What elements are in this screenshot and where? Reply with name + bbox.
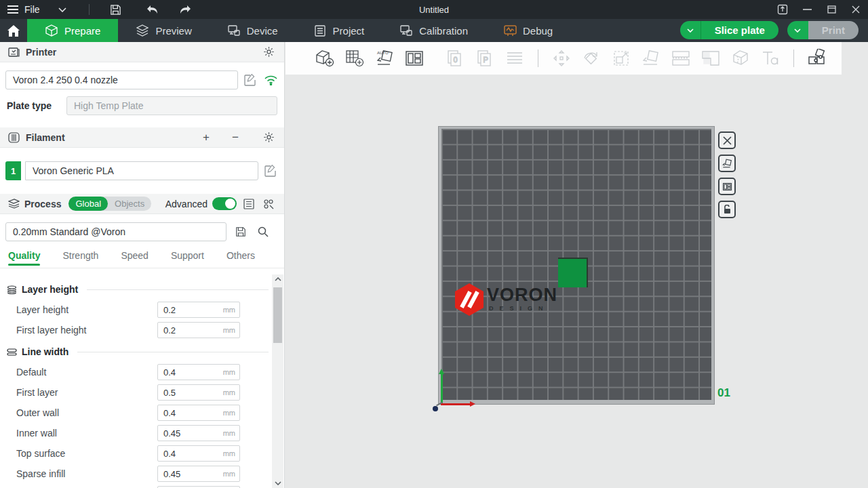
scope-global[interactable]: Global xyxy=(68,197,108,211)
search-icon[interactable] xyxy=(255,224,271,240)
advanced-toggle[interactable] xyxy=(212,197,237,210)
3d-viewport[interactable]: AUTO 0 P xyxy=(285,42,868,488)
text-tool-icon[interactable] xyxy=(760,47,781,70)
setting-row: Sparse infill 0.45 mm xyxy=(16,466,269,482)
tab-support[interactable]: Support xyxy=(171,250,204,265)
sparse-infill-line-width-input[interactable]: 0.45 mm xyxy=(157,466,240,482)
auto-orient-icon[interactable]: AUTO xyxy=(374,47,395,70)
slice-plate-button[interactable]: Slice plate xyxy=(701,21,778,39)
parameter-table-icon[interactable] xyxy=(241,197,256,211)
sidebar-scrollbar[interactable] xyxy=(272,274,283,488)
top-surface-line-width-input[interactable]: 0.4 mm xyxy=(157,445,240,462)
scope-objects[interactable]: Objects xyxy=(108,197,151,211)
tab-debug[interactable]: Debug xyxy=(486,19,570,42)
printer-preset-select[interactable]: Voron 2.4 250 0.4 nozzle xyxy=(5,70,238,89)
split-to-objects-icon[interactable] xyxy=(670,47,692,70)
tab-device[interactable]: Device xyxy=(210,19,296,42)
plate-auto-orient-icon[interactable] xyxy=(718,155,736,172)
tab-calibration[interactable]: Calibration xyxy=(382,19,486,42)
plate-arrange-icon[interactable] xyxy=(718,178,736,195)
process-preset-select[interactable]: 0.20mm Standard @Voron xyxy=(5,222,226,241)
default-line-width-input[interactable]: 0.4 mm xyxy=(157,364,240,380)
build-plate-grid[interactable] xyxy=(441,129,711,400)
save-icon[interactable] xyxy=(107,2,125,17)
paste-icon[interactable]: P xyxy=(474,47,496,70)
minimize-button[interactable] xyxy=(795,0,819,19)
setting-row: Default 0.4 mm xyxy=(16,364,269,380)
mesh-boolean-icon[interactable] xyxy=(730,47,751,70)
add-plate-icon[interactable] xyxy=(344,47,366,70)
build-plate[interactable] xyxy=(438,126,715,405)
viewport-toolbar: AUTO 0 P xyxy=(285,42,842,75)
home-button[interactable] xyxy=(0,19,27,42)
redo-icon[interactable] xyxy=(176,2,194,17)
lay-on-face-icon[interactable] xyxy=(640,47,662,70)
file-menu-chevron-icon[interactable] xyxy=(54,2,71,17)
tab-prepare[interactable]: Prepare xyxy=(27,19,118,42)
first-layer-line-width-input[interactable]: 0.5 mm xyxy=(157,384,240,401)
tab-project[interactable]: Project xyxy=(296,19,382,42)
tab-others[interactable]: Others xyxy=(226,250,255,265)
assembly-view-icon[interactable] xyxy=(806,47,828,70)
save-preset-icon[interactable] xyxy=(233,224,249,240)
outer-wall-line-width-input[interactable]: 0.4 mm xyxy=(157,405,240,421)
plate-type-select[interactable]: High Temp Plate xyxy=(66,96,277,115)
remove-filament-button[interactable]: − xyxy=(228,130,243,145)
toolbar-separator xyxy=(538,49,538,67)
edit-filament-icon[interactable] xyxy=(262,163,279,179)
z-axis-indicator xyxy=(433,406,438,411)
filament-settings-gear-icon[interactable] xyxy=(261,130,276,145)
printer-icon xyxy=(8,47,20,58)
title-bar: File Untitled xyxy=(0,0,868,19)
scale-icon[interactable] xyxy=(610,47,632,70)
voron-logo-subtitle: DESIGN xyxy=(487,305,557,312)
tab-strength[interactable]: Strength xyxy=(62,250,98,265)
inner-wall-line-width-input[interactable]: 0.45 mm xyxy=(157,425,240,441)
split-to-parts-icon[interactable] xyxy=(700,47,722,70)
printer-section-header: Printer xyxy=(0,42,284,62)
lock-plate-icon[interactable] xyxy=(718,201,736,218)
print-button[interactable]: Print xyxy=(808,21,859,39)
printer-settings-gear-icon[interactable] xyxy=(261,45,276,60)
rotate-icon[interactable] xyxy=(580,47,602,70)
move-icon[interactable] xyxy=(551,47,572,70)
search-settings-icon[interactable] xyxy=(261,197,276,211)
variable-layer-height-icon[interactable] xyxy=(504,47,526,70)
copy-icon[interactable]: 0 xyxy=(444,47,466,70)
print-options-chevron[interactable] xyxy=(787,21,808,39)
advanced-label: Advanced xyxy=(165,199,208,209)
tab-speed[interactable]: Speed xyxy=(121,250,148,265)
wifi-connection-icon[interactable] xyxy=(262,72,279,88)
add-filament-button[interactable]: + xyxy=(199,130,214,145)
scroll-down-icon[interactable] xyxy=(272,479,283,488)
scroll-up-icon[interactable] xyxy=(272,274,283,284)
group-line-width: Line width xyxy=(7,346,269,357)
group-layer-height: Layer height xyxy=(7,284,269,295)
undo-icon[interactable] xyxy=(144,2,161,17)
tab-quality[interactable]: Quality xyxy=(8,250,40,265)
preview-icon xyxy=(136,24,149,37)
scrollbar-thumb[interactable] xyxy=(273,287,282,343)
arrange-icon[interactable] xyxy=(403,47,425,70)
model-object-cube[interactable] xyxy=(558,258,588,287)
layer-height-group-icon xyxy=(7,285,17,294)
edit-printer-icon[interactable] xyxy=(242,72,258,88)
publish-icon[interactable] xyxy=(770,0,795,19)
setting-row: Top surface 0.4 mm xyxy=(16,445,269,462)
setting-row: Layer height 0.2 mm xyxy=(16,302,269,318)
layer-height-input[interactable]: 0.2 mm xyxy=(157,302,240,318)
setting-row: First layer height 0.2 mm xyxy=(16,322,269,338)
close-button[interactable] xyxy=(844,0,868,19)
maximize-button[interactable] xyxy=(819,0,844,19)
setting-row: First layer 0.5 mm xyxy=(16,384,269,401)
add-object-icon[interactable] xyxy=(314,47,336,70)
filament-preset-select[interactable]: Voron Generic PLA xyxy=(25,161,258,180)
delete-all-icon[interactable] xyxy=(718,131,736,149)
tab-preview[interactable]: Preview xyxy=(118,19,209,42)
scrollbar-track[interactable] xyxy=(272,284,283,479)
first-layer-height-input[interactable]: 0.2 mm xyxy=(157,322,240,338)
setting-row: Outer wall 0.4 mm xyxy=(16,405,269,421)
toolbar-separator xyxy=(793,49,794,67)
file-menu[interactable]: File xyxy=(7,4,40,15)
slice-options-chevron[interactable] xyxy=(680,21,701,39)
